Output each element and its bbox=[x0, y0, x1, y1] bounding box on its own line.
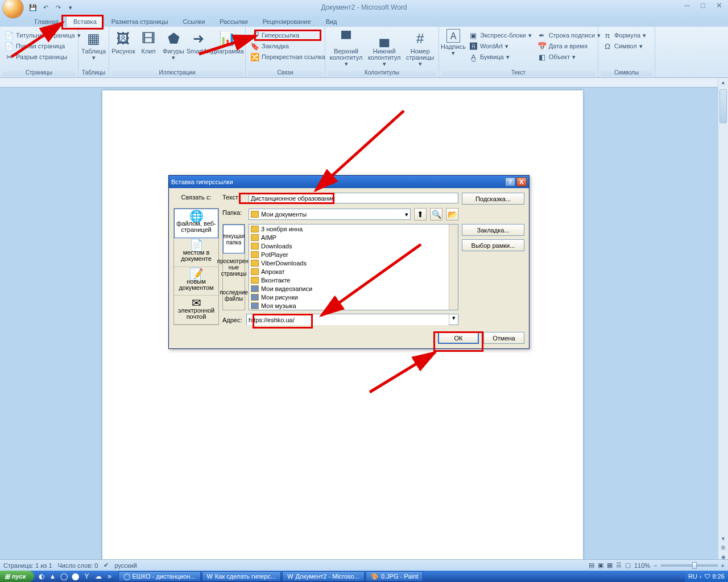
wordart-button[interactable]: 🅰WordArt ▾ bbox=[466, 41, 534, 51]
tab-view[interactable]: Вид bbox=[318, 15, 345, 27]
textbox-button[interactable]: AНадпись▾ bbox=[441, 28, 465, 57]
task-button[interactable]: ◯ЕШКО - дистанцион... bbox=[118, 571, 201, 581]
maximize-button[interactable]: □ bbox=[697, 1, 709, 10]
file-list-scrollbar[interactable] bbox=[449, 225, 458, 310]
tab-page-layout[interactable]: Разметка страницы bbox=[104, 15, 176, 27]
view-outline-icon[interactable]: ☰ bbox=[616, 562, 622, 569]
list-item[interactable]: Downloads bbox=[249, 242, 458, 250]
clip-button[interactable]: 🎞Клип bbox=[136, 28, 160, 56]
ruler[interactable] bbox=[0, 78, 718, 88]
browse-file-button[interactable]: 📂 bbox=[446, 208, 458, 221]
blank-page-button[interactable]: 📄Пустая страница bbox=[2, 41, 83, 51]
ok-button[interactable]: ОК bbox=[438, 332, 479, 344]
list-item[interactable]: Мои рисунки bbox=[249, 293, 458, 301]
tray-icon[interactable]: ‹ bbox=[700, 573, 702, 580]
picture-button[interactable]: 🖼Рисунок bbox=[111, 28, 135, 56]
footer-button[interactable]: ▄Нижний колонтитул▾ bbox=[366, 28, 403, 68]
link-type-email[interactable]: ✉электронной почтой bbox=[174, 296, 218, 325]
up-folder-button[interactable]: ⬆ bbox=[414, 208, 427, 221]
zoom-level[interactable]: 110% bbox=[634, 562, 650, 569]
cancel-button[interactable]: Отмена bbox=[483, 332, 524, 344]
zoom-out-button[interactable]: − bbox=[653, 562, 657, 569]
view-draft-icon[interactable]: ▢ bbox=[625, 562, 631, 569]
zoom-in-button[interactable]: + bbox=[721, 562, 725, 569]
tab-references[interactable]: Ссылки bbox=[176, 15, 213, 27]
view-fullscreen-icon[interactable]: ▣ bbox=[598, 562, 603, 569]
date-time-button[interactable]: 📅Дата и время bbox=[535, 41, 603, 51]
ql-icon[interactable]: » bbox=[105, 572, 115, 581]
bookmark-button[interactable]: 🔖Закладка bbox=[248, 41, 328, 51]
list-item[interactable]: ViberDownloads bbox=[249, 259, 458, 267]
zoom-slider[interactable] bbox=[661, 564, 718, 567]
dialog-titlebar[interactable]: Вставка гиперссылки ? X bbox=[169, 176, 529, 188]
spell-icon[interactable]: ✔ bbox=[104, 562, 109, 569]
task-button[interactable]: 🎨0.JPG - Paint bbox=[366, 571, 423, 581]
vertical-scrollbar[interactable]: ▲ ▼ ⦿ ◉ ⦿ bbox=[718, 78, 728, 571]
page-status[interactable]: Страница: 1 из 1 bbox=[3, 562, 52, 569]
crossref-button[interactable]: 🔀Перекрестная ссылка bbox=[248, 52, 328, 62]
bookmark-dialog-button[interactable]: Закладка... bbox=[462, 224, 524, 236]
scroll-up-icon[interactable]: ▲ bbox=[718, 78, 728, 87]
list-item[interactable]: Вконтакте bbox=[249, 276, 458, 284]
dropcap-button[interactable]: A̲Буквица ▾ bbox=[466, 52, 534, 62]
minimize-button[interactable]: ─ bbox=[681, 1, 693, 10]
task-button[interactable]: WКак сделать гиперс... bbox=[202, 571, 282, 581]
prev-page-icon[interactable]: ⦿ bbox=[718, 543, 728, 552]
language-status[interactable]: русский bbox=[114, 562, 136, 569]
close-button[interactable]: ✕ bbox=[713, 1, 725, 10]
list-item[interactable]: Мои видеозаписи bbox=[249, 284, 458, 293]
scroll-thumb[interactable] bbox=[719, 89, 727, 123]
view-print-icon[interactable]: ▤ bbox=[589, 562, 594, 569]
link-type-place[interactable]: 📄местом в документе bbox=[174, 238, 218, 267]
tray-icon[interactable]: 🛡 bbox=[704, 573, 710, 580]
folder-combobox[interactable]: Мои документы▾ bbox=[249, 209, 411, 220]
tab-home[interactable]: Главная bbox=[27, 15, 66, 27]
zoom-thumb[interactable] bbox=[692, 562, 697, 569]
start-button[interactable]: ⊞пуск bbox=[0, 571, 34, 582]
ql-icon[interactable]: Y bbox=[82, 572, 92, 581]
hyperlink-button[interactable]: 🔗Гиперссылка bbox=[248, 30, 328, 40]
dialog-help-button[interactable]: ? bbox=[505, 177, 515, 186]
address-dropdown-icon[interactable]: ▾ bbox=[449, 314, 458, 325]
ql-icon[interactable]: ☁ bbox=[93, 572, 104, 581]
header-button[interactable]: ▀Верхний колонтитул▾ bbox=[328, 28, 365, 68]
smartart-button[interactable]: ➜SmartArt bbox=[187, 28, 211, 56]
file-list[interactable]: 3 ноября инна AIMP Downloads PotPlayer V… bbox=[249, 224, 458, 310]
link-type-new-doc[interactable]: 📝новым документом bbox=[174, 267, 218, 296]
ql-icon[interactable]: ◐ bbox=[36, 572, 47, 581]
list-item[interactable]: Моя музыка bbox=[249, 301, 458, 310]
dialog-close-button[interactable]: X bbox=[516, 177, 527, 186]
tab-review[interactable]: Рецензирование bbox=[255, 15, 318, 27]
browse-web-button[interactable]: 🔍 bbox=[430, 208, 442, 221]
object-button[interactable]: ◧Объект ▾ bbox=[535, 52, 603, 62]
list-item[interactable]: 3 ноября инна bbox=[249, 225, 458, 233]
view-web-icon[interactable]: ▦ bbox=[607, 562, 613, 569]
ql-icon[interactable]: ◯ bbox=[59, 572, 69, 581]
formula-button[interactable]: πФормула ▾ bbox=[601, 30, 648, 40]
table-button[interactable]: ▦Таблица▾ bbox=[81, 28, 106, 62]
ql-icon[interactable]: ▲ bbox=[48, 572, 58, 581]
list-item[interactable]: PotPlayer bbox=[249, 250, 458, 259]
task-button[interactable]: WДокумент2 - Microso... bbox=[282, 571, 365, 581]
scroll-down-icon[interactable]: ▼ bbox=[718, 534, 728, 543]
browse-viewed-pages[interactable]: просмотрен-ные страницы bbox=[223, 253, 245, 281]
chart-button[interactable]: 📊Диаграмма bbox=[212, 28, 243, 56]
language-indicator[interactable]: RU bbox=[688, 573, 697, 580]
list-item[interactable]: Апрокат bbox=[249, 267, 458, 276]
express-blocks-button[interactable]: ▣Экспресс-блоки ▾ bbox=[466, 30, 534, 40]
shapes-button[interactable]: ⬟Фигуры▾ bbox=[162, 28, 185, 62]
tab-insert[interactable]: Вставка bbox=[66, 15, 104, 27]
page-number-button[interactable]: #Номер страницы▾ bbox=[404, 28, 436, 68]
symbol-button[interactable]: ΩСимвол ▾ bbox=[601, 41, 648, 51]
signature-line-button[interactable]: ✒Строка подписи ▾ bbox=[535, 30, 603, 40]
clock[interactable]: 8:26 bbox=[713, 573, 725, 580]
word-count[interactable]: Число слов: 0 bbox=[58, 562, 98, 569]
hint-button[interactable]: Подсказка... bbox=[462, 193, 524, 205]
link-type-file-web[interactable]: 🌐файлом, веб-страницей bbox=[174, 209, 218, 238]
tab-mailings[interactable]: Рассылки bbox=[212, 15, 255, 27]
ql-icon[interactable]: ⬤ bbox=[71, 572, 81, 581]
address-input[interactable] bbox=[247, 314, 449, 325]
list-item[interactable]: AIMP bbox=[249, 233, 458, 242]
frame-select-button[interactable]: Выбор рамки... bbox=[462, 239, 524, 251]
page-break-button[interactable]: ✂Разрыв страницы bbox=[2, 52, 83, 62]
